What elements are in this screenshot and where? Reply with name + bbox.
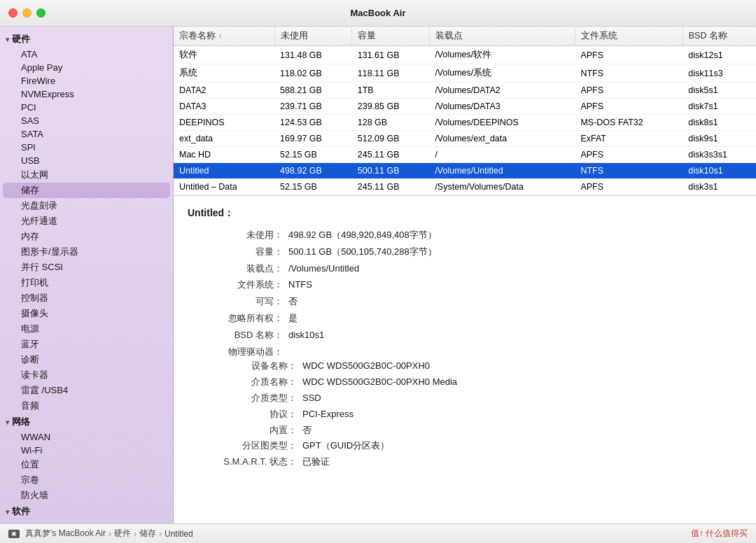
detail-sub-label: S.M.A.R.T. 状态： [202, 455, 300, 470]
sidebar-item-thunderbolt[interactable]: 雷霆 /USB4 [3, 383, 170, 398]
main-layout: ▾硬件ATAApple PayFireWireNVMExpressPCISASS… [0, 27, 756, 523]
table-cell: NTFS [575, 64, 682, 83]
sidebar-item-firewall[interactable]: 防火墙 [3, 488, 170, 503]
sidebar-item-apple-pay[interactable]: Apple Pay [3, 61, 170, 74]
sidebar-item-firewire[interactable]: FireWire [3, 74, 170, 87]
sidebar-item-bluetooth[interactable]: 蓝牙 [3, 337, 170, 352]
table-cell: APFS [575, 99, 682, 115]
detail-field-value [288, 345, 742, 360]
maximize-button[interactable] [36, 8, 46, 17]
volume-table-container: 宗卷名称↑未使用容量装载点文件系统BSD 名称 软件131.48 GB131.6… [174, 27, 756, 196]
table-row[interactable]: ext_data169.97 GB512.09 GB/Volumes/ext_d… [174, 131, 756, 147]
detail-sub-value: SSD [302, 391, 742, 406]
sidebar-item-wwan[interactable]: WWAN [3, 430, 170, 444]
table-cell: APFS [575, 179, 682, 195]
sidebar-item-sas[interactable]: SAS [3, 114, 170, 127]
window-title: MacBook Air [351, 8, 406, 18]
sidebar-item-optical2[interactable]: 光纤通道 [3, 213, 170, 229]
breadcrumb-separator: › [108, 529, 111, 539]
detail-field-value: /Volumes/Untitled [288, 262, 742, 276]
col-header-name[interactable]: 宗卷名称↑ [174, 27, 274, 46]
watermark: 值↑ 什么值得买 [691, 528, 748, 540]
breadcrumb: ▣真真梦's MacBook Air › 硬件 › 储存 › Untitled [8, 528, 193, 540]
detail-area: Untitled： 未使用：498.92 GB（498,920,849,408字… [174, 196, 756, 523]
table-cell: disk3s3s1 [682, 147, 756, 163]
table-row[interactable]: 系统118.02 GB118.11 GB/Volumes/系统NTFSdisk1… [174, 64, 756, 83]
table-cell: APFS [575, 83, 682, 99]
sort-icon: ↑ [218, 32, 222, 40]
sidebar-item-location[interactable]: 位置 [3, 457, 170, 472]
sidebar-item-scsi[interactable]: 并行 SCSI [3, 260, 170, 275]
table-cell: NTFS [575, 163, 682, 179]
table-cell: ext_data [174, 131, 274, 147]
chevron-icon: ▾ [6, 418, 9, 426]
sidebar-item-camera[interactable]: 摄像头 [3, 306, 170, 321]
sidebar-item-controller[interactable]: 控制器 [3, 290, 170, 306]
table-cell: /Volumes/DATA3 [429, 99, 575, 115]
sidebar-item-nvmexpress[interactable]: NVMExpress [3, 87, 170, 101]
col-header-fs[interactable]: 文件系统 [575, 27, 682, 46]
table-cell: 169.97 GB [274, 131, 352, 147]
sidebar-item-usb[interactable]: USB [3, 154, 170, 167]
table-row[interactable]: DATA2588.21 GB1TB/Volumes/DATA2APFSdisk5… [174, 83, 756, 99]
table-cell: disk9s1 [682, 131, 756, 147]
table-header: 宗卷名称↑未使用容量装载点文件系统BSD 名称 [174, 27, 756, 46]
sidebar-item-printer[interactable]: 打印机 [3, 275, 170, 290]
table-cell: /Volumes/ext_data [429, 131, 575, 147]
table-cell: Untitled [174, 163, 274, 179]
sidebar-item-audio[interactable]: 音频 [3, 398, 170, 414]
table-cell: 52.15 GB [274, 179, 352, 195]
sidebar-item-pci[interactable]: PCI [3, 101, 170, 114]
table-row[interactable]: DEEPINOS124.53 GB128 GB/Volumes/DEEPINOS… [174, 115, 756, 131]
table-row[interactable]: 软件131.48 GB131.61 GB/Volumes/软件APFSdisk1… [174, 46, 756, 64]
sidebar-item-ata[interactable]: ATA [3, 48, 170, 61]
sidebar-item-sata[interactable]: SATA [3, 127, 170, 141]
col-header-mount[interactable]: 装载点 [429, 27, 575, 46]
table-cell: 软件 [174, 46, 274, 64]
table-cell: Mac HD [174, 147, 274, 163]
detail-sub-value: 已验证 [302, 455, 742, 470]
table-cell: 131.48 GB [274, 46, 352, 64]
sidebar-item-wifi[interactable]: Wi-Fi [3, 444, 170, 457]
sidebar-item-diagnostics[interactable]: 诊断 [3, 352, 170, 367]
sidebar-item-cardreader[interactable]: 读卡器 [3, 367, 170, 383]
detail-sub-value: PCI-Express [302, 407, 742, 422]
detail-field-label: 文件系统： [188, 278, 286, 292]
detail-sub-label: 介质名称： [202, 375, 300, 390]
col-header-capacity[interactable]: 容量 [352, 27, 430, 46]
monitor-icon: ▣ [8, 530, 20, 538]
col-header-free[interactable]: 未使用 [274, 27, 352, 46]
table-cell: ExFAT [575, 131, 682, 147]
sidebar-item-memory[interactable]: 内存 [3, 229, 170, 244]
sidebar-item-spi[interactable]: SPI [3, 141, 170, 154]
close-button[interactable] [8, 8, 18, 17]
breadcrumb-item: 真真梦's MacBook Air [25, 528, 106, 540]
sidebar-section-software[interactable]: ▾软件 [0, 503, 173, 520]
col-header-bsd[interactable]: BSD 名称 [682, 27, 756, 46]
sidebar-item-power[interactable]: 电源 [3, 321, 170, 337]
table-cell: 588.21 GB [274, 83, 352, 99]
table-cell: /Volumes/系统 [429, 64, 575, 83]
sidebar-item-gpu[interactable]: 图形卡/显示器 [3, 244, 170, 260]
sidebar-item-ethernet[interactable]: 以太网 [3, 167, 170, 183]
content-area: 宗卷名称↑未使用容量装载点文件系统BSD 名称 软件131.48 GB131.6… [174, 27, 756, 523]
sidebar-section-hardware[interactable]: ▾硬件 [0, 31, 173, 48]
table-row[interactable]: Untitled – Data52.15 GB245.11 GB/System/… [174, 179, 756, 195]
table-row[interactable]: DATA3239.71 GB239.85 GB/Volumes/DATA3APF… [174, 99, 756, 115]
detail-field-label: 忽略所有权： [188, 311, 286, 326]
sidebar-item-volume[interactable]: 宗卷 [3, 472, 170, 488]
table-cell: 124.53 GB [274, 115, 352, 131]
table-cell: 245.11 GB [352, 147, 430, 163]
minimize-button[interactable] [22, 8, 31, 17]
sidebar-item-optical[interactable]: 光盘刻录 [3, 198, 170, 213]
table-cell: 52.15 GB [274, 147, 352, 163]
sidebar-section-network[interactable]: ▾网络 [0, 414, 173, 430]
table-cell: disk5s1 [682, 83, 756, 99]
table-row[interactable]: Untitled498.92 GB500.11 GB/Volumes/Untit… [174, 163, 756, 179]
table-cell: /System/Volumes/Data [429, 179, 575, 195]
table-row[interactable]: Mac HD52.15 GB245.11 GB/APFSdisk3s3s1 [174, 147, 756, 163]
sidebar-item-storage[interactable]: 储存 [3, 183, 170, 198]
detail-content: 未使用：498.92 GB（498,920,849,408字节）容量：500.1… [188, 228, 742, 470]
detail-sub-label: 内置： [202, 423, 300, 438]
table-cell: 128 GB [352, 115, 430, 131]
